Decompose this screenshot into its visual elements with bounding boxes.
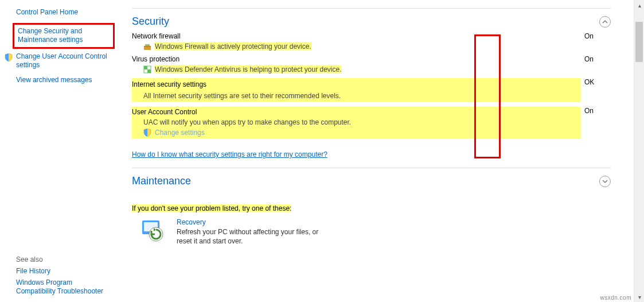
defender-icon xyxy=(143,65,151,73)
recovery-row[interactable]: Recovery Refresh your PC without affecti… xyxy=(132,218,611,246)
watermark: wsxdn.com xyxy=(600,295,631,301)
security-section: Security Network firewall Windows Firewa xyxy=(132,8,611,168)
uac-label: User Account Control xyxy=(132,108,197,116)
view-archived-link[interactable]: View archived messages xyxy=(16,76,115,85)
sidebar: Control Panel Home Change Security and M… xyxy=(0,0,115,246)
highlight-change-security: Change Security and Maintenance settings xyxy=(13,23,115,49)
see-also-title: See also xyxy=(16,255,114,264)
chevron-down-icon[interactable] xyxy=(599,176,611,187)
uac-change-link[interactable]: Change settings xyxy=(155,129,205,137)
recovery-icon xyxy=(140,218,164,242)
svg-rect-1 xyxy=(144,46,151,47)
file-history-link[interactable]: File History xyxy=(16,267,114,275)
security-title: Security xyxy=(132,16,169,28)
virus-label: Virus protection xyxy=(132,55,581,63)
vertical-scrollbar[interactable]: ▴ ▾ xyxy=(634,0,644,302)
security-help-link[interactable]: How do I know what security settings are… xyxy=(132,150,327,158)
troubleshoot-hint-text: If you don't see your problem listed, tr… xyxy=(132,204,291,212)
wpct-link[interactable]: Windows Program Compatibility Troublesho… xyxy=(16,278,114,296)
firewall-status: On xyxy=(581,32,611,40)
scroll-down-icon[interactable]: ▾ xyxy=(634,292,644,302)
control-panel-home-link[interactable]: Control Panel Home xyxy=(16,8,115,17)
uac-shield-icon xyxy=(5,53,13,61)
firewall-label: Network firewall xyxy=(132,32,581,40)
internet-status: OK xyxy=(581,78,611,86)
uac-detail: UAC will notify you when apps try to mak… xyxy=(143,118,351,126)
svg-rect-5 xyxy=(147,69,151,73)
internet-row: Internet security settings All Internet … xyxy=(132,78,611,102)
virus-row: Virus protection Windows Defender Antivi… xyxy=(132,55,611,73)
firewall-icon xyxy=(143,42,151,51)
maintenance-title: Maintenance xyxy=(132,175,191,187)
security-header[interactable]: Security xyxy=(132,13,611,32)
main-content: Security Network firewall Windows Firewa xyxy=(115,0,634,246)
scroll-track[interactable] xyxy=(634,10,644,292)
scroll-up-icon[interactable]: ▴ xyxy=(634,0,644,10)
maintenance-section: Maintenance xyxy=(132,168,611,196)
virus-status: On xyxy=(581,55,611,63)
recovery-desc: Refresh your PC without affecting your f… xyxy=(177,227,326,246)
scroll-thumb[interactable] xyxy=(635,22,643,62)
maintenance-header[interactable]: Maintenance xyxy=(132,173,611,192)
virus-detail: Windows Defender Antivirus is helping to… xyxy=(155,65,342,73)
firewall-row: Network firewall Windows Firewall is act… xyxy=(132,32,611,51)
svg-rect-2 xyxy=(145,44,150,46)
recovery-title: Recovery xyxy=(177,218,326,226)
svg-rect-4 xyxy=(144,66,147,69)
internet-detail: All Internet security settings are set t… xyxy=(143,92,341,100)
change-security-link[interactable]: Change Security and Maintenance settings xyxy=(18,27,110,45)
firewall-detail: Windows Firewall is actively protecting … xyxy=(155,42,311,51)
uac-status: On xyxy=(581,107,611,115)
change-uac-link[interactable]: Change User Account Control settings xyxy=(16,52,115,70)
uac-row: User Account Control UAC will notify you… xyxy=(132,107,611,139)
chevron-up-icon[interactable] xyxy=(599,16,611,28)
see-also: See also File History Windows Program Co… xyxy=(16,255,114,296)
shield-icon xyxy=(143,129,151,137)
troubleshoot-hint: If you don't see your problem listed, tr… xyxy=(132,204,611,212)
internet-label: Internet security settings xyxy=(132,80,206,88)
